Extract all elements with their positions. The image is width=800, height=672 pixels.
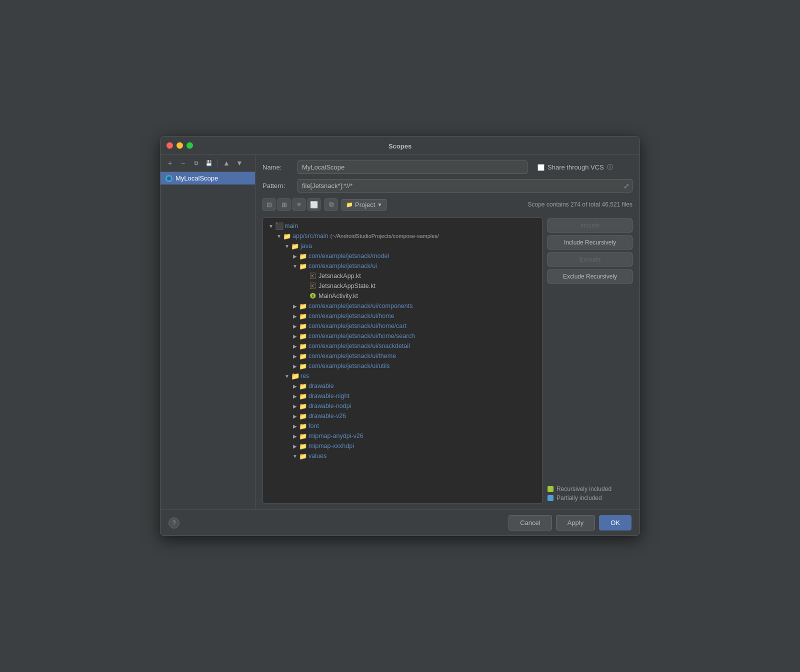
tree-panel[interactable]: ▼ ⬛ main ▼ 📁 app/src/main (~/AndroidStud… xyxy=(262,218,542,504)
save-scope-button[interactable]: 💾 xyxy=(204,158,214,168)
node-label-jetsnackappstate: JetsnackAppState.kt xyxy=(318,282,376,290)
expand-all-button[interactable]: ⊞ xyxy=(278,198,290,210)
tree-node-jetsnackapp[interactable]: ▶ 🇰 JetsnackApp.kt xyxy=(263,271,542,281)
tree-node-mipmap-anydpi[interactable]: ▶ 📁 mipmap-anydpi-v26 xyxy=(263,431,542,441)
collapse-all-button[interactable]: ⊟ xyxy=(262,198,276,210)
tree-node-drawable-nodpi[interactable]: ▶ 📁 drawable-nodpi xyxy=(263,401,542,411)
name-input[interactable] xyxy=(298,160,528,174)
toggle-values[interactable]: ▼ xyxy=(291,452,299,460)
maximize-button[interactable] xyxy=(186,142,193,148)
node-label-appsrcmain-path: (~/AndroidStudioProjects/compose-samples… xyxy=(330,233,439,239)
toggle-res[interactable]: ▼ xyxy=(283,372,291,380)
close-button[interactable] xyxy=(166,142,173,148)
node-label-mipmap-xxxhdpi: mipmap-xxxhdpi xyxy=(308,442,354,450)
toggle-cart[interactable]: ▶ xyxy=(291,322,299,330)
toggle-home[interactable]: ▶ xyxy=(291,312,299,320)
expand-pattern-button[interactable]: ⤢ xyxy=(624,182,630,190)
toggle-components[interactable]: ▶ xyxy=(291,302,299,310)
scopes-dialog: Scopes + − ⧉ 💾 ▲ xyxy=(160,136,640,536)
ok-button[interactable]: OK xyxy=(599,515,632,530)
tree-node-theme[interactable]: ▶ 📁 com/example/jetsnack/ui/theme xyxy=(263,351,542,361)
node-label-values: values xyxy=(308,452,326,460)
tree-node-main[interactable]: ▼ ⬛ main xyxy=(263,221,542,231)
node-label-drawable-night: drawable-night xyxy=(308,392,350,400)
tree-node-drawable[interactable]: ▶ 📁 drawable xyxy=(263,381,542,391)
remove-scope-button[interactable]: − xyxy=(178,158,188,168)
toggle-search[interactable]: ▶ xyxy=(291,332,299,340)
folder-values-icon: 📁 xyxy=(299,452,307,460)
toggle-appsrcmain[interactable]: ▼ xyxy=(275,232,283,240)
include-button[interactable]: Include xyxy=(548,218,632,232)
legend-item-recursive: Recursively included xyxy=(548,486,632,492)
move-down-button[interactable]: ▼ xyxy=(234,158,245,168)
cancel-button[interactable]: Cancel xyxy=(508,515,552,530)
folder-snackdetail-icon: 📁 xyxy=(299,342,307,350)
include-recursively-button[interactable]: Include Recursively xyxy=(548,236,632,250)
share-vcs-checkbox[interactable] xyxy=(538,164,544,171)
folder-utils-icon: 📁 xyxy=(299,362,307,370)
pattern-input[interactable] xyxy=(298,179,632,192)
tree-node-res[interactable]: ▼ 📁 res xyxy=(263,371,542,381)
tree-node-font[interactable]: ▶ 📁 font xyxy=(263,421,542,431)
tree-node-values[interactable]: ▼ 📁 values xyxy=(263,451,542,461)
toggle-java[interactable]: ▼ xyxy=(283,242,291,250)
apply-button[interactable]: Apply xyxy=(556,515,596,530)
node-label-main: main xyxy=(284,222,298,230)
footer-left: ? xyxy=(168,518,180,528)
toggle-drawable[interactable]: ▶ xyxy=(291,382,299,390)
toggle-main[interactable]: ▼ xyxy=(267,222,275,230)
minimize-button[interactable] xyxy=(176,142,183,148)
folder-search-icon: 📁 xyxy=(299,332,307,340)
minus-icon: − xyxy=(181,159,185,167)
move-up-button[interactable]: ▲ xyxy=(221,158,232,168)
project-dropdown[interactable]: 📁 Project ▼ xyxy=(342,199,386,210)
scope-icon xyxy=(166,175,172,182)
flatten-packages-button[interactable]: ⬜ xyxy=(308,198,320,210)
tree-node-ui[interactable]: ▼ 📁 com/example/jetsnack/ui xyxy=(263,261,542,271)
tree-node-search[interactable]: ▶ 📁 com/example/jetsnack/ui/home/search xyxy=(263,331,542,341)
help-vcs-icon: ⓘ xyxy=(607,163,613,172)
tree-node-utils[interactable]: ▶ 📁 com/example/jetsnack/ui/utils xyxy=(263,361,542,371)
toggle-drawable-night[interactable]: ▶ xyxy=(291,392,299,400)
title-bar: Scopes xyxy=(160,136,640,154)
toggle-ui[interactable]: ▼ xyxy=(291,262,299,270)
sidebar-item-myscope[interactable]: MyLocalScope xyxy=(160,172,255,184)
copy-scope-button[interactable]: ⧉ xyxy=(190,158,202,168)
tree-node-cart[interactable]: ▶ 📁 com/example/jetsnack/ui/home/cart xyxy=(263,321,542,331)
toggle-theme[interactable]: ▶ xyxy=(291,352,299,360)
tree-node-java[interactable]: ▼ 📁 java xyxy=(263,241,542,251)
folder-java-icon: 📁 xyxy=(291,242,299,250)
tree-node-drawable-night[interactable]: ▶ 📁 drawable-night xyxy=(263,391,542,401)
toggle-mipmap-anydpi[interactable]: ▶ xyxy=(291,432,299,440)
filter-button[interactable]: ⧉ xyxy=(324,198,338,210)
node-label-cart: com/example/jetsnack/ui/home/cart xyxy=(308,322,406,330)
content-split: ▼ ⬛ main ▼ 📁 app/src/main (~/AndroidStud… xyxy=(262,218,632,504)
tree-node-appsrcmain[interactable]: ▼ 📁 app/src/main (~/AndroidStudioProject… xyxy=(263,231,542,241)
tree-node-home[interactable]: ▶ 📁 com/example/jetsnack/ui/home xyxy=(263,311,542,321)
tree-node-jetsnackappstate[interactable]: ▶ 🇰 JetsnackAppState.kt xyxy=(263,281,542,291)
tree-node-mipmap-xxxhdpi[interactable]: ▶ 📁 mipmap-xxxhdpi xyxy=(263,441,542,451)
tree-node-drawable-v26[interactable]: ▶ 📁 drawable-v26 xyxy=(263,411,542,421)
help-button[interactable]: ? xyxy=(168,518,180,528)
toggle-mipmap-xxxhdpi[interactable]: ▶ xyxy=(291,442,299,450)
dialog-body: + − ⧉ 💾 ▲ ▼ xyxy=(160,154,640,510)
tree-node-model[interactable]: ▶ 📁 com/example/jetsnack/model xyxy=(263,251,542,261)
exclude-button[interactable]: Exclude xyxy=(548,252,632,266)
node-label-snackdetail: com/example/jetsnack/ui/snackdetail xyxy=(308,342,410,350)
toggle-utils[interactable]: ▶ xyxy=(291,362,299,370)
tree-node-mainactivity[interactable]: ▶ 🅐 MainActivity.kt xyxy=(263,291,542,301)
tree-node-snackdetail[interactable]: ▶ 📁 com/example/jetsnack/ui/snackdetail xyxy=(263,341,542,351)
toggle-drawable-v26[interactable]: ▶ xyxy=(291,412,299,420)
toggle-font[interactable]: ▶ xyxy=(291,422,299,430)
footer-right: Cancel Apply OK xyxy=(508,515,632,530)
toggle-model[interactable]: ▶ xyxy=(291,252,299,260)
dropdown-arrow-icon: ▼ xyxy=(377,202,382,208)
exclude-recursively-button[interactable]: Exclude Recursively xyxy=(548,270,632,284)
add-scope-button[interactable]: + xyxy=(164,158,176,168)
tree-node-components[interactable]: ▶ 📁 com/example/jetsnack/ui/components xyxy=(263,301,542,311)
toggle-drawable-nodpi[interactable]: ▶ xyxy=(291,402,299,410)
sidebar-items: MyLocalScope xyxy=(160,172,255,510)
flatten-button[interactable]: ≡ xyxy=(292,198,306,210)
node-label-jetsnackapp: JetsnackApp.kt xyxy=(318,272,361,280)
toggle-snackdetail[interactable]: ▶ xyxy=(291,342,299,350)
